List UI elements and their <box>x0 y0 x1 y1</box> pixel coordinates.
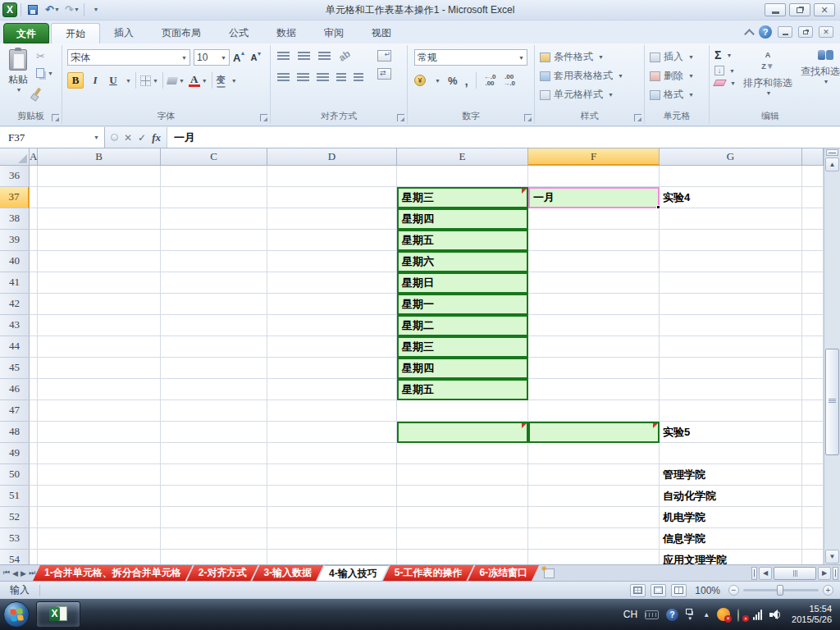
increase-indent-icon[interactable] <box>354 73 363 82</box>
sheet-tab-6[interactable]: 6-冻结窗口 <box>468 565 539 581</box>
align-right-icon[interactable] <box>317 73 329 82</box>
tray-help-icon[interactable]: ? <box>666 609 678 621</box>
row-header-36[interactable]: 36 <box>0 166 30 187</box>
row-header-43[interactable]: 43 <box>0 315 30 336</box>
row-header-52[interactable]: 52 <box>0 507 30 528</box>
next-sheet-icon[interactable]: ▶ <box>21 569 26 578</box>
workbook-restore-button[interactable] <box>798 26 813 38</box>
number-dialog-launcher-icon[interactable] <box>524 114 532 121</box>
cell-F48[interactable] <box>528 422 660 443</box>
scroll-up-button[interactable]: ▲ <box>825 158 839 171</box>
cell-E39[interactable]: 星期五 <box>397 230 528 251</box>
sheet-tab-2[interactable]: 2-对齐方式 <box>187 565 258 581</box>
number-format-combo[interactable]: 常规 ▼ <box>414 49 527 66</box>
col-header-F[interactable]: F <box>528 148 660 166</box>
cell-G50[interactable]: 管理学院 <box>660 464 802 486</box>
row-header-37[interactable]: 37 <box>0 187 30 208</box>
format-cells-button[interactable]: 格式▼ <box>650 88 694 102</box>
tab-split-handle-right[interactable] <box>833 567 838 580</box>
vertical-scroll-thumb[interactable] <box>825 349 839 455</box>
fill-handle[interactable] <box>656 205 660 209</box>
italic-button[interactable]: I <box>88 72 103 89</box>
security-alert-icon[interactable] <box>717 608 730 621</box>
page-layout-view-button[interactable] <box>651 584 666 597</box>
font-name-combo[interactable]: 宋体 ▼ <box>67 49 190 66</box>
ribbon-tab-5[interactable]: 审阅 <box>310 23 358 43</box>
col-header-B[interactable]: B <box>38 148 161 166</box>
cell-E41[interactable]: 星期日 <box>397 272 528 294</box>
alignment-dialog-launcher-icon[interactable] <box>397 114 404 121</box>
cell-E44[interactable]: 星期三 <box>397 336 528 358</box>
col-header-D[interactable]: D <box>267 148 397 166</box>
split-handle[interactable] <box>826 149 838 156</box>
borders-button[interactable]: ▼ <box>140 75 158 86</box>
wrap-text-icon[interactable] <box>377 50 391 62</box>
ribbon-tab-0[interactable]: 开始 <box>51 23 100 43</box>
workbook-close-button[interactable]: ✕ <box>819 26 833 38</box>
styles-dialog-launcher-icon[interactable] <box>634 114 641 121</box>
row-header-48[interactable]: 48 <box>0 422 30 443</box>
orientation-icon[interactable]: ab <box>336 48 353 64</box>
font-size-combo[interactable]: 10 ▼ <box>194 49 230 66</box>
phonetic-button[interactable]: 变 <box>217 73 226 88</box>
col-header-A[interactable]: A <box>30 148 38 166</box>
col-header-C[interactable]: C <box>161 148 267 166</box>
clear-button[interactable]: ▼ <box>714 80 736 86</box>
row-header-53[interactable]: 53 <box>0 528 30 550</box>
comma-style-button[interactable]: , <box>465 74 468 88</box>
file-tab[interactable]: 文件 <box>3 23 49 43</box>
cell-E40[interactable]: 星期六 <box>397 251 528 272</box>
col-header-G[interactable]: G <box>660 148 802 166</box>
vertical-scrollbar[interactable]: ▲ ▼ <box>824 148 840 564</box>
first-sheet-icon[interactable]: ⏮ <box>3 568 10 578</box>
notification-icon[interactable] <box>737 609 746 620</box>
row-header-49[interactable]: 49 <box>0 443 30 464</box>
zoom-slider[interactable]: − + <box>728 585 833 596</box>
cell-styles-button[interactable]: 单元格样式▼ <box>540 88 623 102</box>
autosum-button[interactable]: Σ▼ <box>714 48 736 62</box>
font-color-button[interactable]: A▼ <box>189 75 208 87</box>
align-top-icon[interactable] <box>277 52 290 61</box>
decrease-font-button[interactable]: A▼ <box>250 52 257 62</box>
decrease-decimal-icon[interactable]: .00→.0 <box>503 74 515 87</box>
increase-decimal-icon[interactable]: ←.0.00 <box>484 74 496 87</box>
volume-icon[interactable] <box>769 609 781 620</box>
restore-button[interactable] <box>789 3 810 16</box>
paste-button[interactable]: 粘贴 ▼ <box>4 48 32 107</box>
zoom-in-icon[interactable]: + <box>823 585 833 596</box>
row-header-38[interactable]: 38 <box>0 208 30 230</box>
formula-input[interactable]: 一月 <box>167 127 840 148</box>
find-select-button[interactable]: 查找和选择 ▼ <box>800 48 840 96</box>
row-header-47[interactable]: 47 <box>0 400 30 422</box>
excel-taskbar-button[interactable]: X <box>36 601 80 628</box>
ribbon-tab-2[interactable]: 页面布局 <box>148 23 215 43</box>
row-header-45[interactable]: 45 <box>0 358 30 379</box>
sheet-grid[interactable]: ABCDEFG363738394041424344454647484950515… <box>0 148 824 564</box>
horizontal-scroll-thumb[interactable] <box>774 567 816 580</box>
tray-window-icon[interactable]: ▼ <box>686 609 696 620</box>
scroll-left-button[interactable]: ◀ <box>759 567 772 580</box>
last-sheet-icon[interactable]: ⏭ <box>29 568 35 578</box>
sheet-tab-1[interactable]: 1-合并单元格、拆分合并单元格 <box>33 565 193 581</box>
cell-G54[interactable]: 应用文理学院 <box>660 550 802 564</box>
cell-E48[interactable] <box>397 422 528 443</box>
zoom-track[interactable] <box>743 589 819 591</box>
start-button[interactable] <box>3 601 30 628</box>
cell-E46[interactable]: 星期五 <box>397 379 528 400</box>
cell-E43[interactable]: 星期二 <box>397 315 528 336</box>
clock[interactable]: 15:54 2015/5/26 <box>788 604 832 625</box>
align-center-icon[interactable] <box>297 73 309 82</box>
network-signal-icon[interactable] <box>753 609 762 620</box>
zoom-out-icon[interactable]: − <box>728 585 739 596</box>
row-header-50[interactable]: 50 <box>0 464 30 486</box>
align-middle-icon[interactable] <box>298 52 310 61</box>
percent-style-button[interactable]: % <box>448 75 458 87</box>
cell-G51[interactable]: 自动化学院 <box>660 486 802 507</box>
row-header-44[interactable]: 44 <box>0 336 30 358</box>
minimize-button[interactable] <box>765 3 786 16</box>
cut-button[interactable]: ✂ <box>36 50 45 62</box>
page-break-view-button[interactable] <box>671 584 687 597</box>
align-left-icon[interactable] <box>277 73 290 82</box>
sheet-tab-3[interactable]: 3-输入数据 <box>252 565 323 581</box>
show-hidden-icons-icon[interactable]: ▲ <box>703 611 710 619</box>
